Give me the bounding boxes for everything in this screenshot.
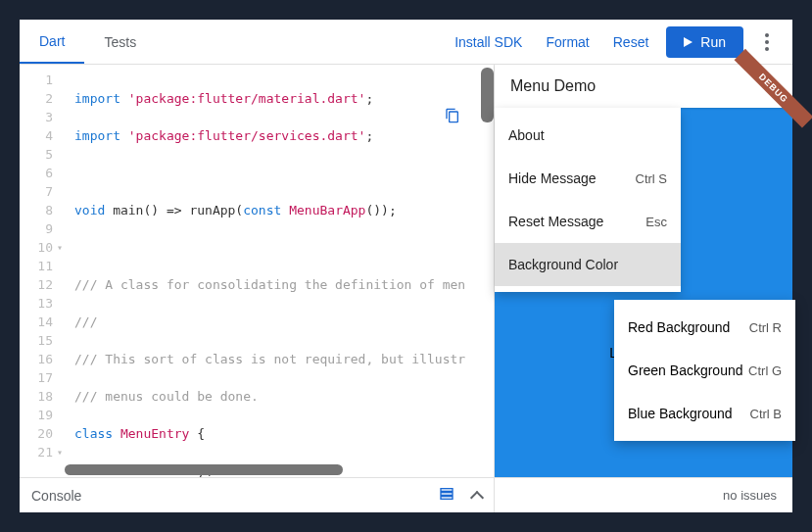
submenu-item-blue[interactable]: Blue Background Ctrl B — [614, 392, 795, 435]
copy-icon[interactable] — [445, 108, 460, 123]
console-bar: Console — [20, 477, 494, 512]
submenu-background-color: Red Background Ctrl R Green Background C… — [614, 300, 795, 441]
tab-tests[interactable]: Tests — [84, 20, 156, 64]
line-gutter: 1 2 3 4 5 6 7 8 9 10 11 12 13 14 15 16 1 — [20, 65, 61, 477]
menu-item-about[interactable]: About — [495, 114, 681, 157]
preview-pane: Menu Demo DEBUG About Hide Message Ctrl … — [495, 65, 792, 512]
app-title: Menu Demo — [510, 77, 596, 95]
menu-item-hide-message[interactable]: Hide Message Ctrl S — [495, 157, 681, 200]
vertical-scrollbar[interactable] — [481, 68, 494, 122]
play-icon — [684, 37, 693, 47]
menu-item-reset-message[interactable]: Reset Message Esc — [495, 200, 681, 243]
code-content[interactable]: import 'package:flutter/material.dart'; … — [61, 65, 494, 477]
console-settings-icon[interactable] — [439, 486, 454, 505]
menu-item-background-color[interactable]: Background Color — [495, 243, 681, 286]
editor-tabs: Dart Tests — [20, 20, 156, 64]
run-button[interactable]: Run — [666, 26, 743, 58]
submenu-item-green[interactable]: Green Background Ctrl G — [614, 349, 795, 392]
tab-dart[interactable]: Dart — [20, 20, 84, 64]
run-button-label: Run — [700, 34, 726, 50]
ide-window: Dart Tests Install SDK Format Reset Run … — [20, 20, 792, 512]
format-link[interactable]: Format — [534, 34, 600, 50]
main-area: 1 2 3 4 5 6 7 8 9 10 11 12 13 14 15 16 1 — [20, 65, 792, 512]
install-sdk-link[interactable]: Install SDK — [443, 34, 534, 50]
console-expand-icon[interactable] — [470, 490, 484, 504]
issues-text: no issues — [723, 488, 777, 503]
svg-rect-1 — [441, 493, 453, 496]
svg-rect-0 — [441, 489, 453, 492]
editor-pane: 1 2 3 4 5 6 7 8 9 10 11 12 13 14 15 16 1 — [20, 65, 495, 512]
menu-popup: About Hide Message Ctrl S Reset Message … — [495, 108, 681, 292]
code-editor[interactable]: 1 2 3 4 5 6 7 8 9 10 11 12 13 14 15 16 1 — [20, 65, 494, 477]
topbar: Dart Tests Install SDK Format Reset Run — [20, 20, 792, 65]
more-menu-button[interactable] — [749, 33, 785, 51]
issues-bar: no issues — [495, 477, 792, 512]
console-title: Console — [31, 488, 425, 504]
reset-link[interactable]: Reset — [601, 34, 661, 50]
submenu-item-red[interactable]: Red Background Ctrl R — [614, 306, 795, 349]
svg-rect-2 — [441, 497, 453, 500]
horizontal-scrollbar[interactable] — [65, 464, 343, 475]
